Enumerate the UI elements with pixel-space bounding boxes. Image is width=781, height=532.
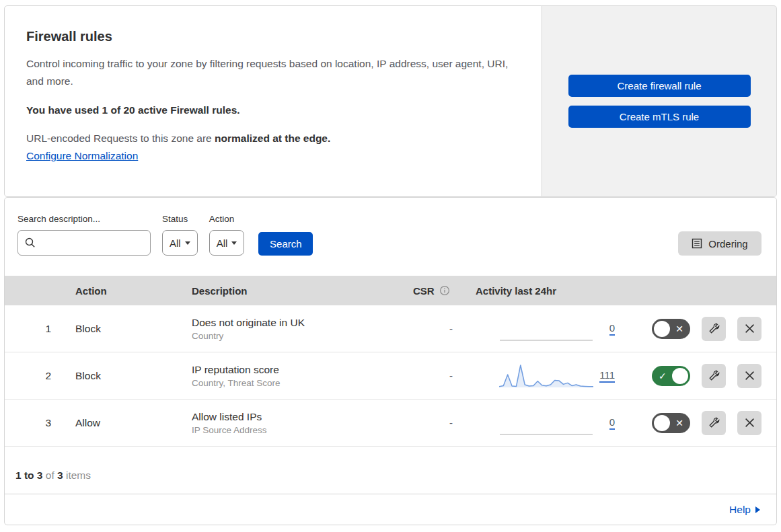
rule-csr-value: - bbox=[405, 417, 462, 428]
rule-controls: ✓ ✕ bbox=[620, 317, 776, 341]
action-filter-group: Action All bbox=[209, 214, 245, 256]
ordering-button-label: Ordering bbox=[708, 238, 747, 250]
ordering-button[interactable]: Ordering bbox=[678, 231, 761, 256]
status-dropdown-value: All bbox=[170, 237, 181, 249]
rule-row-3: 3 Allow Allow listed IPs IP Source Addre… bbox=[5, 400, 776, 447]
action-label: Action bbox=[209, 214, 245, 224]
configure-normalization-link[interactable]: Configure Normalization bbox=[26, 150, 138, 161]
action-dropdown[interactable]: All bbox=[209, 230, 245, 256]
header-activity: Activity last 24hr bbox=[462, 285, 620, 297]
toggle-thumb bbox=[672, 368, 688, 384]
chevron-down-icon bbox=[185, 241, 190, 245]
x-icon: ✕ bbox=[675, 324, 683, 334]
help-bar: Help bbox=[5, 494, 776, 525]
rule-activity-cell: 111 bbox=[462, 362, 620, 390]
activity-count-link[interactable]: 0 bbox=[609, 322, 615, 336]
activity-sparkline bbox=[499, 362, 593, 390]
header-action: Action bbox=[62, 285, 188, 297]
rule-action: Allow bbox=[62, 417, 188, 429]
header-description: Description bbox=[188, 285, 405, 297]
pagination-range: 1 to 3 bbox=[15, 469, 42, 481]
cta-panel: Create firewall rule Create mTLS rule bbox=[542, 5, 777, 197]
pagination-items: items bbox=[66, 469, 91, 481]
delete-rule-button[interactable] bbox=[737, 364, 761, 388]
edit-rule-button[interactable] bbox=[702, 411, 726, 435]
rule-expression: Country, Threat Score bbox=[192, 378, 405, 388]
normalization-bold: normalized at the edge. bbox=[215, 132, 330, 144]
rule-description-cell: IP reputation score Country, Threat Scor… bbox=[188, 364, 405, 388]
header-csr-label: CSR bbox=[413, 285, 435, 297]
rule-action: Block bbox=[62, 370, 188, 382]
search-box bbox=[17, 230, 151, 256]
chevron-down-icon bbox=[231, 241, 237, 245]
edit-rule-button[interactable] bbox=[702, 364, 726, 388]
rule-controls: ✓ ✕ bbox=[620, 364, 776, 388]
check-icon: ✓ bbox=[659, 371, 667, 381]
rule-action: Block bbox=[62, 323, 188, 335]
close-icon bbox=[745, 418, 755, 428]
toggle-thumb bbox=[654, 321, 670, 337]
rule-row-2: 2 Block IP reputation score Country, Thr… bbox=[5, 352, 776, 400]
rules-list-card: Search description... Status All Action bbox=[4, 197, 777, 525]
pagination-summary: 1 to 3 of 3 items bbox=[5, 447, 776, 494]
normalization-text: URL-encoded Requests to this zone are bbox=[26, 132, 215, 144]
status-dropdown[interactable]: All bbox=[162, 230, 198, 256]
search-icon bbox=[25, 237, 36, 248]
intro-card: Firewall rules Control incoming traffic … bbox=[4, 5, 542, 197]
triangle-right-icon bbox=[755, 506, 760, 513]
info-icon[interactable] bbox=[439, 285, 450, 296]
filter-bar: Search description... Status All Action bbox=[5, 198, 776, 276]
create-firewall-rule-button[interactable]: Create firewall rule bbox=[568, 75, 751, 97]
firewall-rules-page: Firewall rules Control incoming traffic … bbox=[0, 0, 781, 532]
delete-rule-button[interactable] bbox=[737, 317, 761, 341]
wrench-icon bbox=[708, 417, 720, 428]
rule-priority: 3 bbox=[5, 417, 62, 429]
rule-description-cell: Allow listed IPs IP Source Address bbox=[188, 411, 405, 435]
rule-enabled-toggle[interactable]: ✓ ✕ bbox=[652, 366, 690, 386]
wrench-icon bbox=[708, 323, 720, 334]
rule-priority: 1 bbox=[5, 323, 62, 335]
activity-sparkline bbox=[499, 409, 593, 437]
rule-priority: 2 bbox=[5, 370, 62, 382]
activity-count-link[interactable]: 0 bbox=[609, 416, 615, 430]
pagination-total: 3 bbox=[57, 469, 63, 481]
action-dropdown-value: All bbox=[217, 237, 228, 249]
rule-description-cell: Does not originate in UK Country bbox=[188, 317, 405, 341]
help-link-label: Help bbox=[729, 504, 751, 516]
search-group: Search description... bbox=[17, 214, 151, 256]
intro-section: Firewall rules Control incoming traffic … bbox=[4, 5, 777, 197]
rule-description: IP reputation score bbox=[192, 364, 405, 376]
rule-controls: ✓ ✕ bbox=[620, 411, 776, 435]
delete-rule-button[interactable] bbox=[737, 411, 761, 435]
rule-activity-cell: 0 bbox=[462, 409, 620, 437]
close-icon bbox=[745, 371, 755, 381]
ordering-icon bbox=[692, 238, 702, 249]
close-icon bbox=[745, 324, 755, 334]
activity-sparkline bbox=[499, 315, 593, 343]
rule-expression: Country bbox=[192, 331, 405, 341]
normalization-note: URL-encoded Requests to this zone are no… bbox=[26, 132, 515, 145]
search-label: Search description... bbox=[17, 214, 151, 224]
search-input[interactable] bbox=[17, 230, 151, 256]
create-mtls-rule-button[interactable]: Create mTLS rule bbox=[568, 106, 751, 128]
page-title: Firewall rules bbox=[26, 29, 515, 44]
edit-rule-button[interactable] bbox=[702, 317, 726, 341]
page-description: Control incoming traffic to your zone by… bbox=[26, 55, 515, 89]
rule-description: Does not originate in UK bbox=[192, 317, 405, 329]
table-header: Action Description CSR Activity last 24h… bbox=[5, 276, 776, 305]
rule-enabled-toggle[interactable]: ✓ ✕ bbox=[652, 319, 690, 339]
help-link[interactable]: Help bbox=[729, 504, 760, 516]
rule-activity-cell: 0 bbox=[462, 315, 620, 343]
wrench-icon bbox=[708, 370, 720, 381]
rule-csr-value: - bbox=[405, 370, 462, 381]
rule-enabled-toggle[interactable]: ✓ ✕ bbox=[652, 413, 690, 433]
usage-summary: You have used 1 of 20 active Firewall ru… bbox=[26, 104, 515, 116]
activity-count-link[interactable]: 111 bbox=[599, 369, 615, 383]
rule-expression: IP Source Address bbox=[192, 425, 405, 435]
toggle-thumb bbox=[654, 415, 670, 431]
x-icon: ✕ bbox=[675, 418, 683, 428]
header-csr: CSR bbox=[405, 285, 462, 297]
rule-csr-value: - bbox=[405, 323, 462, 334]
pagination-of: of bbox=[46, 469, 54, 481]
search-button[interactable]: Search bbox=[258, 232, 313, 256]
